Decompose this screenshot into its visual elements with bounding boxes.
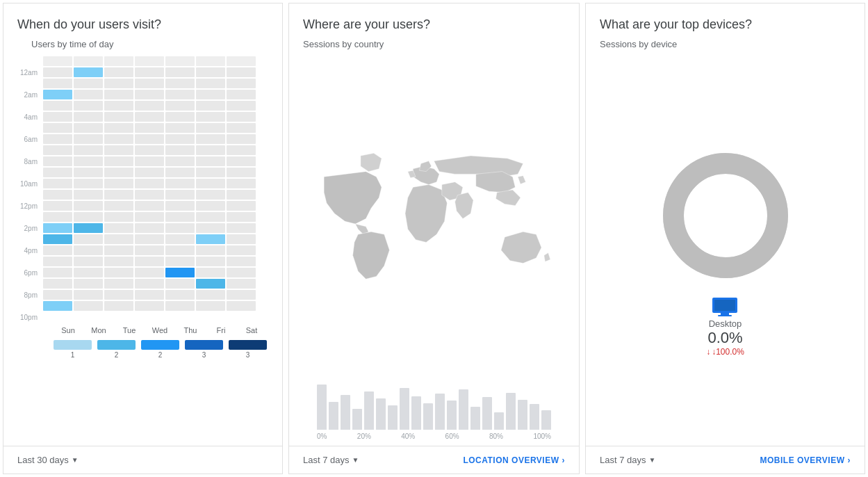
panel2-subtitle: Sessions by country [289, 39, 579, 56]
time-label: 12pm [20, 201, 40, 211]
bar-chart: 0% 20% 40% 60% 80% 100% [303, 381, 565, 446]
panel3-subtitle: Sessions by device [586, 39, 865, 56]
heatmap-row [43, 201, 256, 211]
time-label [20, 279, 40, 289]
donut-chart [656, 146, 795, 285]
device-change: ↓ ↓100.0% [706, 347, 744, 357]
day-label-thu: Thu [176, 326, 205, 334]
heatmap-row [43, 279, 256, 289]
time-label [20, 190, 40, 200]
legend-item: 2 [141, 340, 179, 359]
time-label: 8pm [20, 290, 40, 300]
device-info: Desktop 0.0% ↓ ↓100.0% [706, 296, 744, 357]
heatmap-row [43, 245, 256, 255]
heatmap-row [43, 90, 256, 99]
panel1-footer-label: Last 30 days [17, 455, 69, 465]
panel-time: When do your users visit? Users by time … [3, 3, 283, 474]
time-label [20, 79, 40, 88]
panel1-title: When do your users visit? [3, 3, 282, 39]
legend-num: 3 [246, 351, 250, 359]
time-label [20, 145, 40, 155]
time-label: 2am [20, 90, 40, 99]
heatmap-row [43, 268, 256, 277]
bar-chart-bars [310, 381, 558, 430]
panel3-date-range[interactable]: Last 7 days ▼ [600, 455, 655, 465]
chevron-right-icon: › [848, 455, 851, 465]
dropdown-arrow-icon: ▼ [649, 456, 656, 464]
panel3-footer-label: Last 7 days [600, 455, 646, 465]
time-label [20, 101, 40, 111]
donut-section: Desktop 0.0% ↓ ↓100.0% [586, 56, 865, 446]
time-label: 8am [20, 156, 40, 166]
day-label-sat: Sat [237, 326, 266, 334]
heatmap-row [43, 257, 256, 266]
heatmap-row [43, 67, 256, 77]
day-label-wed: Wed [145, 326, 174, 334]
desktop-icon [711, 296, 739, 318]
heatmap-row [43, 101, 256, 111]
panel2-date-range[interactable]: Last 7 days ▼ [303, 455, 359, 465]
panel3-link-label: MOBILE OVERVIEW [760, 455, 845, 465]
heatmap-row [43, 234, 256, 244]
time-label [20, 257, 40, 266]
device-name: Desktop [709, 318, 742, 329]
time-label [20, 168, 40, 177]
panel1-subtitle: Users by time of day [17, 39, 268, 56]
time-label [20, 301, 40, 311]
svg-point-1 [673, 163, 778, 268]
axis-label: 20% [357, 432, 371, 440]
axis-label: 100% [533, 432, 551, 440]
heatmap-section: Users by time of day 12am 2am 4am 6am 8a… [3, 39, 282, 446]
day-label-tue: Tue [115, 326, 144, 334]
panel1-footer: Last 30 days ▼ [3, 446, 282, 474]
world-map [303, 56, 565, 381]
heatmap-row [43, 190, 256, 200]
main-container: When do your users visit? Users by time … [0, 0, 868, 477]
heatmap-row [43, 301, 256, 311]
device-change-value: ↓100.0% [712, 347, 744, 357]
legend-num: 1 [71, 351, 75, 359]
panel3-overview-link[interactable]: MOBILE OVERVIEW › [760, 455, 851, 465]
axis-label: 60% [445, 432, 459, 440]
svg-rect-5 [714, 300, 735, 311]
panel2-footer-label: Last 7 days [303, 455, 350, 465]
time-label: 4am [20, 112, 40, 122]
panel3-title: What are your top devices? [586, 3, 865, 39]
heatmap-row [43, 179, 256, 188]
heatmap-row [43, 123, 256, 133]
axis-label: 0% [317, 432, 327, 440]
panel-location: Where are your users? Sessions by countr… [288, 3, 580, 474]
legend-num: 2 [115, 351, 119, 359]
time-label [20, 123, 40, 133]
panel2-title: Where are your users? [289, 3, 579, 39]
heatmap-row [43, 223, 256, 233]
heatmap-row [43, 134, 256, 144]
day-labels-row: Sun Mon Tue Wed Thu Fri Sat [54, 326, 268, 334]
time-label [20, 234, 40, 244]
dropdown-arrow-icon: ▼ [72, 456, 79, 464]
time-label [20, 212, 40, 222]
chevron-right-icon: › [562, 455, 566, 465]
panel2-link-label: LOCATION OVERVIEW [463, 455, 559, 465]
panel2-footer: Last 7 days ▼ LOCATION OVERVIEW › [289, 446, 579, 474]
time-label [20, 56, 40, 66]
dropdown-arrow-icon: ▼ [352, 456, 359, 464]
axis-label: 40% [401, 432, 415, 440]
heatmap-row [43, 145, 256, 155]
legend-item: 1 [54, 340, 92, 359]
time-label: 4pm [20, 245, 40, 255]
legend-row: 1 2 2 3 3 [54, 340, 268, 359]
time-label: 10pm [20, 312, 40, 322]
legend-item: 2 [97, 340, 136, 359]
panel1-date-range[interactable]: Last 30 days ▼ [17, 455, 79, 465]
legend-item: 3 [229, 340, 267, 359]
map-section: 0% 20% 40% 60% 80% 100% [289, 56, 579, 446]
heatmap-row [43, 168, 256, 177]
time-label: 6am [20, 134, 40, 144]
svg-rect-4 [718, 315, 732, 316]
heatmap-row [43, 290, 256, 300]
day-label-mon: Mon [84, 326, 113, 334]
heatmap-row [43, 112, 256, 122]
panel2-overview-link[interactable]: LOCATION OVERVIEW › [463, 455, 565, 465]
axis-label: 80% [489, 432, 503, 440]
